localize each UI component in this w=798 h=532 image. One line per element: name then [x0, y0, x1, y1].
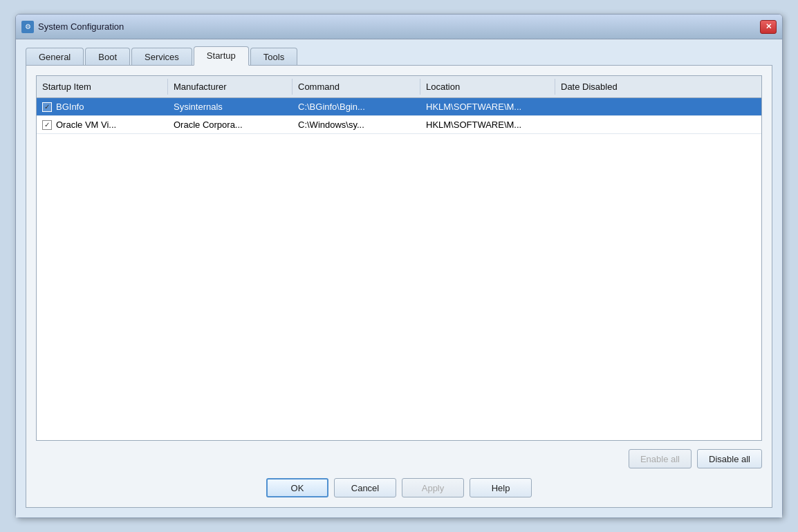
app-icon: ⚙	[21, 21, 34, 33]
table-row[interactable]: ✓ Oracle VM Vi... Oracle Corpora... C:\W…	[37, 116, 761, 134]
tab-services[interactable]: Services	[131, 48, 192, 66]
enable-all-button[interactable]: Enable all	[629, 449, 692, 468]
tab-boot[interactable]: Boot	[85, 48, 130, 66]
cell-command-1: C:\BGinfo\Bgin...	[293, 98, 420, 115]
col-manufacturer: Manufacturer	[168, 79, 293, 95]
title-bar-left: ⚙ System Configuration	[21, 21, 124, 33]
table-header: Startup Item Manufacturer Command Locati…	[37, 76, 761, 98]
cancel-button[interactable]: Cancel	[334, 478, 396, 497]
cell-command-2: C:\Windows\sy...	[293, 116, 420, 133]
footer-buttons: OK Cancel Apply Help	[36, 478, 762, 497]
table-body: ✓ BGInfo Sysinternals C:\BGinfo\Bgin... …	[37, 98, 761, 440]
cell-startup-item-1: ✓ BGInfo	[37, 98, 168, 115]
cell-location-1: HKLM\SOFTWARE\M...	[420, 98, 555, 115]
apply-button[interactable]: Apply	[402, 478, 464, 497]
tab-startup[interactable]: Startup	[194, 46, 249, 66]
startup-table: Startup Item Manufacturer Command Locati…	[36, 75, 762, 441]
tab-tools[interactable]: Tools	[250, 48, 297, 66]
col-startup-item: Startup Item	[37, 79, 168, 95]
checkbox-1[interactable]: ✓	[42, 102, 52, 112]
col-command: Command	[293, 79, 420, 95]
content-area: General Boot Services Startup Tools Star…	[16, 39, 782, 517]
tab-general[interactable]: General	[26, 48, 84, 66]
help-button[interactable]: Help	[470, 478, 532, 497]
table-row[interactable]: ✓ BGInfo Sysinternals C:\BGinfo\Bgin... …	[37, 98, 761, 116]
window-title: System Configuration	[38, 21, 124, 32]
cell-startup-item-2: ✓ Oracle VM Vi...	[37, 116, 168, 133]
disable-all-button[interactable]: Disable all	[697, 449, 762, 468]
cell-location-2: HKLM\SOFTWARE\M...	[420, 116, 555, 133]
cell-date-1	[555, 98, 761, 115]
cell-date-2	[555, 116, 761, 133]
title-bar: ⚙ System Configuration ✕	[16, 15, 782, 39]
main-panel: Startup Item Manufacturer Command Locati…	[26, 65, 772, 508]
tab-bar: General Boot Services Startup Tools	[26, 46, 772, 66]
cell-manufacturer-1: Sysinternals	[168, 98, 293, 115]
checkbox-2[interactable]: ✓	[42, 120, 52, 130]
system-config-window: ⚙ System Configuration ✕ General Boot Se…	[15, 14, 783, 518]
close-button[interactable]: ✕	[760, 20, 777, 34]
cell-manufacturer-2: Oracle Corpora...	[168, 116, 293, 133]
col-date-disabled: Date Disabled	[555, 79, 761, 95]
enable-disable-row: Enable all Disable all	[36, 449, 762, 468]
col-location: Location	[420, 79, 555, 95]
ok-button[interactable]: OK	[266, 478, 328, 497]
